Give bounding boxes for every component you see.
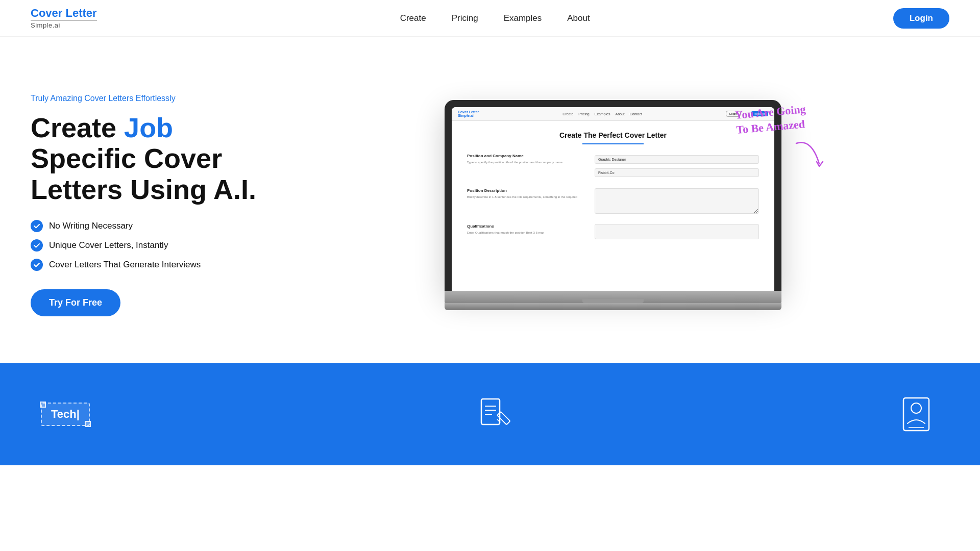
svg-point-7 — [911, 403, 921, 413]
blue-feature-tech: Tech| — [41, 403, 90, 426]
field3-input-col — [595, 224, 759, 242]
field3-qualifications-input[interactable] — [595, 224, 759, 239]
laptop-base — [445, 291, 781, 303]
field2-input-col — [595, 188, 759, 216]
field3-desc: Enter Qualifications that match the posi… — [467, 231, 584, 235]
field1-label-col: Position and Company Name Type to specif… — [467, 154, 584, 164]
blue-feature-edit — [474, 394, 514, 435]
field1-position-input[interactable] — [595, 155, 759, 164]
hero-features-list: No Writing Necessary Unique Cover Letter… — [31, 220, 256, 271]
field2-description-input[interactable] — [595, 188, 759, 214]
form-row-2: Position Description Briefly describe in… — [467, 188, 759, 216]
laptop-mockup: Cover Letter Simple.ai Create Pricing Ex… — [445, 100, 781, 310]
form-row-3: Qualifications Enter Qualifications that… — [467, 224, 759, 242]
blue-feature-resume — [898, 394, 939, 435]
mini-nav-about: About — [616, 112, 625, 116]
field3-label-col: Qualifications Enter Qualifications that… — [467, 224, 584, 235]
feature-text-2: Unique Cover Letters, Instantly — [49, 240, 168, 251]
screen-form-content: Create The Perfect Cover Letter Position… — [452, 121, 774, 261]
hero-title: Create Job Specific CoverLetters Using A… — [31, 112, 256, 205]
hero-subtitle: Truly Amazing Cover Letters Effortlessly — [31, 94, 256, 103]
nav-create[interactable]: Create — [400, 13, 426, 23]
mini-nav-pricing: Pricing — [578, 112, 589, 116]
field1-name: Position and Company Name — [467, 154, 584, 158]
screen-main-title: Create The Perfect Cover Letter — [467, 131, 759, 139]
laptop-bottom — [445, 303, 781, 310]
logo-text-bottom: Simple.ai — [31, 20, 97, 29]
login-button[interactable]: Login — [893, 8, 949, 29]
check-icon-3 — [31, 259, 43, 271]
nav-about[interactable]: About — [567, 13, 590, 23]
nav-links: Create Pricing Examples About — [400, 13, 590, 23]
svg-rect-0 — [481, 399, 500, 424]
navbar: Cover Letter Simple.ai Create Pricing Ex… — [0, 0, 980, 37]
hero-section: Truly Amazing Cover Letters Effortlessly… — [0, 37, 980, 363]
mini-navbar: Cover Letter Simple.ai Create Pricing Ex… — [452, 107, 774, 121]
field2-name: Position Description — [467, 188, 584, 193]
logo-text-top: Cover Letter — [31, 7, 97, 19]
mini-nav-contact: Contact — [630, 112, 642, 116]
arrow-annotation-icon — [791, 138, 832, 181]
hero-title-rest: Specific CoverLetters Using A.I. — [31, 143, 256, 204]
tech-label-box: Tech| — [41, 403, 90, 426]
laptop-screen-outer: Cover Letter Simple.ai Create Pricing Ex… — [445, 100, 781, 291]
edit-document-icon — [474, 394, 514, 435]
try-for-free-button[interactable]: Try For Free — [31, 289, 120, 316]
nav-pricing[interactable]: Pricing — [452, 13, 478, 23]
hero-content-right: You Are GoingTo Be Amazed Cover Letter S… — [256, 100, 949, 310]
blue-feature-section: Tech| — [0, 363, 980, 465]
feature-item-1: No Writing Necessary — [31, 220, 256, 232]
field2-desc: Briefly describe in 1-5 sentences the ro… — [467, 195, 584, 199]
field1-input-col — [595, 154, 759, 180]
tech-label-text: Tech — [51, 408, 77, 420]
check-icon-1 — [31, 220, 43, 232]
nav-examples[interactable]: Examples — [504, 13, 542, 23]
mini-logo: Cover Letter Simple.ai — [458, 110, 479, 117]
feature-text-3: Cover Letters That Generate Interviews — [49, 260, 201, 270]
field1-company-input[interactable] — [595, 168, 759, 177]
mini-nav-examples: Examples — [595, 112, 610, 116]
resume-icon — [898, 394, 939, 435]
field1-desc: Type to specify the position title of th… — [467, 160, 584, 164]
hero-content-left: Truly Amazing Cover Letters Effortlessly… — [31, 94, 256, 316]
feature-text-1: No Writing Necessary — [49, 221, 133, 231]
form-row-1: Position and Company Name Type to specif… — [467, 154, 759, 180]
hero-title-highlight: Job — [124, 112, 173, 143]
field3-name: Qualifications — [467, 224, 584, 229]
laptop-screen-inner: Cover Letter Simple.ai Create Pricing Ex… — [452, 107, 774, 291]
field2-label-col: Position Description Briefly describe in… — [467, 188, 584, 199]
mini-nav-links: Create Pricing Examples About Contact — [489, 112, 716, 116]
mini-nav-create: Create — [562, 112, 573, 116]
screen-title-underline — [582, 143, 644, 144]
check-icon-2 — [31, 239, 43, 252]
feature-item-3: Cover Letters That Generate Interviews — [31, 259, 256, 271]
amazed-annotation: You Are GoingTo Be Amazed — [734, 102, 807, 137]
hero-title-create: Create — [31, 112, 124, 143]
brand-logo[interactable]: Cover Letter Simple.ai — [31, 7, 97, 29]
feature-item-2: Unique Cover Letters, Instantly — [31, 239, 256, 252]
